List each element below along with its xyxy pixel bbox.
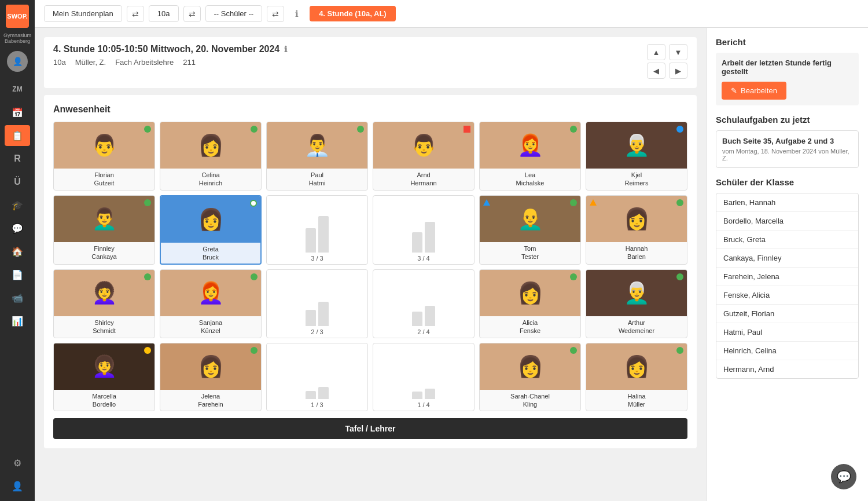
bearbeiten-button[interactable]: ✎ Bearbeiten [722,82,786,100]
swap-icon-3[interactable]: ⇄ [267,6,284,22]
status-dot-right [357,126,364,133]
sidebar-item-zm[interactable]: ZM [5,79,30,100]
student-card[interactable]: 👩 JelenaFarehein [160,343,262,412]
schueler-list-item[interactable]: Fenske, Alicia [716,286,858,305]
schueler-list-item[interactable]: Heinrich, Celina [716,342,858,360]
student-card[interactable]: 3 / 4 [373,195,475,265]
status-dot-right [251,126,258,133]
schulaufgaben-title: Schulaufgaben zu jetzt [716,115,859,125]
student-photo: 👩 [480,270,580,316]
student-card[interactable]: 👩 Sarah-ChanelKling [479,343,581,412]
bericht-box: Arbeit der letzten Stunde fertig gestell… [716,53,859,105]
avatar[interactable]: 👤 [7,51,28,72]
student-card[interactable]: 👩 HalinaMüller [586,343,687,412]
student-card[interactable]: 2 / 3 [266,269,368,338]
student-photo: 👩 [161,196,260,243]
chart-inner [373,206,474,253]
lesson-header: 4. Stunde 10:05-10:50 Mittwoch, 20. Nove… [44,37,697,88]
active-stunde-button[interactable]: 4. Stunde (10a, AL) [310,6,396,21]
student-face: 👩‍🦰 [198,281,224,305]
student-card[interactable]: 👩 CelinaHeinrich [160,122,262,191]
student-photo: 👩 [586,196,687,242]
schueler-list-item[interactable]: Cankaya, Finnley [716,249,858,268]
student-name: KjelReimers [586,169,687,190]
student-card[interactable]: 👩 HannahBarlen [586,195,687,265]
nav-down-button[interactable]: ▼ [669,44,687,60]
status-dot-right [251,347,258,354]
student-card[interactable]: 👩‍🦱 MarcellaBordello [53,343,155,412]
student-photo: 👨‍🦳 [586,270,687,316]
chart-bar-1 [412,232,422,253]
student-face: 👨‍🦳 [624,133,650,158]
schueler-list-item[interactable]: Farehein, Jelena [716,268,858,286]
class-button[interactable]: 10a [149,5,179,22]
sidebar-item-active[interactable]: 📋 [5,125,30,146]
nav-up-button[interactable]: ▲ [647,44,665,60]
nav-next-button[interactable]: ▶ [669,63,687,79]
sidebar-item-graduation[interactable]: 🎓 [5,195,30,215]
student-card[interactable]: 👨‍🦲 TomTester [479,195,581,265]
sidebar-item-u[interactable]: Ü [5,171,30,192]
student-face: 👨 [91,133,117,158]
chart-label: 1 / 3 [267,399,367,411]
sidebar-item-video[interactable]: 📹 [5,287,30,308]
chart-label: 2 / 3 [267,326,367,338]
student-name: HannahBarlen [586,242,687,264]
sidebar-item-list[interactable]: 📄 [5,264,30,285]
student-card[interactable]: 👨 FlorianGutzeit [53,122,155,191]
topbar: Mein Stundenplan ⇄ 10a ⇄ -- Schüler -- ⇄… [35,0,868,28]
student-face: 👨‍🦳 [624,281,650,305]
student-name: FlorianGutzeit [54,169,155,190]
student-card[interactable]: 👨 ArndHermann [373,122,475,191]
student-card[interactable]: 👨‍🦳 KjelReimers [586,122,687,191]
student-card[interactable]: 👩‍🦰 LeaMichalske [479,122,581,191]
sidebar-item-report[interactable]: 📊 [5,310,30,331]
student-card[interactable]: 3 / 3 [266,195,368,265]
student-photo: 👨 [54,122,155,169]
schueler-klasse-title: Schüler der Klasse [716,177,859,187]
student-card[interactable]: 1 / 3 [266,343,368,412]
schueler-list-item[interactable]: Bruck, Greta [716,231,858,249]
schulaufgaben-box: Buch Seite 35, Aufgabe 2 und 3 vom Monta… [716,130,859,168]
sidebar-item-home[interactable]: 🏠 [5,241,30,262]
student-card[interactable]: 👩 GretaBruck [160,195,262,265]
chat-bubble[interactable]: 💬 [831,464,856,489]
lesson-info-icon[interactable]: ℹ [284,45,287,54]
sidebar-item-calendar[interactable]: 📅 [5,102,30,123]
schueler-list-item[interactable]: Hermann, Arnd [716,360,858,378]
stundenplan-button[interactable]: Mein Stundenplan [44,5,122,22]
student-card[interactable]: 👩‍🦰 SanjanaKünzel [160,269,262,338]
sidebar-item-user[interactable]: 👤 [5,476,30,496]
chart-inner [267,280,367,326]
schueler-list-item[interactable]: Barlen, Hannah [716,193,858,212]
student-card[interactable]: 1 / 4 [373,343,475,412]
student-card[interactable]: 👨‍🦳 ArthurWedemeiner [586,269,687,338]
swap-icon-2[interactable]: ⇄ [183,6,201,22]
student-card[interactable]: 👩‍🦱 ShirleySchmidt [53,269,155,338]
student-name: HalinaMüller [586,390,687,411]
schueler-list-item[interactable]: Gutzeit, Florian [716,305,858,323]
student-card[interactable]: 👩 AliciaFenske [479,269,581,338]
student-face: 👨 [411,133,437,158]
sidebar-item-r[interactable]: R [5,148,30,169]
swap-icon-1[interactable]: ⇄ [127,6,144,22]
schueler-list-item[interactable]: Bordello, Marcella [716,212,858,231]
student-face: 👨‍🦲 [517,207,543,231]
tafel-row[interactable]: Tafel / Lehrer [53,418,687,439]
right-sidebar: Bericht Arbeit der letzten Stunde fertig… [706,28,868,501]
student-name: ArndHermann [373,169,474,190]
info-icon[interactable]: ℹ [289,6,305,22]
chart-label: 1 / 4 [373,399,474,411]
student-card[interactable]: 2 / 4 [373,269,475,338]
chart-inner [373,353,474,399]
student-card[interactable]: 👨‍🦱 FinnleyCankaya [53,195,155,265]
sidebar-item-chat[interactable]: 💬 [5,218,30,239]
schueler-button[interactable]: -- Schüler -- [205,5,263,22]
schueler-list-item[interactable]: Hatmi, Paul [716,323,858,342]
student-name: AliciaFenske [480,316,580,338]
nav-prev-button[interactable]: ◀ [647,63,665,79]
sidebar-item-settings[interactable]: ⚙ [5,452,30,473]
student-card[interactable]: 👨‍💼 PaulHatmi [266,122,368,191]
anwesenheit-card: Anwesenheit 👨 FlorianGutzeit 👩 CelinaHei… [44,95,697,448]
student-face: 👩‍🦱 [91,354,117,379]
